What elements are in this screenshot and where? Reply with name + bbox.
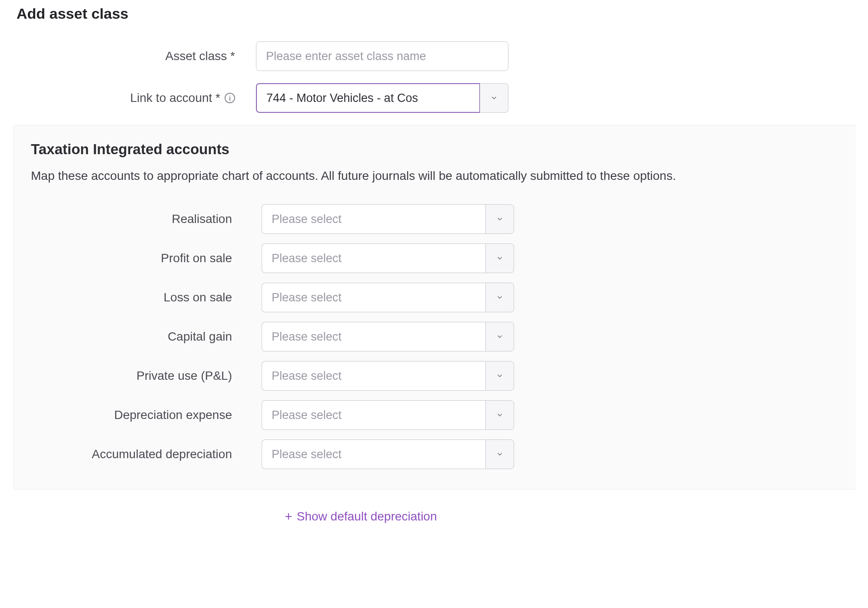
accumulated-depreciation-row: Accumulated depreciation Please select — [31, 439, 838, 469]
loss-on-sale-row: Loss on sale Please select — [31, 283, 838, 312]
accumulated-depreciation-label: Accumulated depreciation — [31, 447, 262, 461]
asset-class-label: Asset class * — [12, 49, 256, 63]
chevron-down-icon — [496, 372, 503, 379]
taxation-panel: Taxation Integrated accounts Map these a… — [13, 125, 856, 490]
private-use-label: Private use (P&L) — [31, 369, 262, 383]
capital-gain-caret[interactable] — [485, 322, 514, 351]
private-use-placeholder: Please select — [262, 361, 485, 391]
profit-on-sale-placeholder: Please select — [262, 243, 485, 273]
chevron-down-icon — [496, 255, 503, 262]
loss-on-sale-label: Loss on sale — [31, 290, 262, 304]
panel-title: Taxation Integrated accounts — [31, 141, 838, 158]
private-use-row: Private use (P&L) Please select — [31, 361, 838, 391]
chevron-down-icon — [496, 412, 503, 419]
private-use-caret[interactable] — [485, 361, 514, 391]
chevron-down-icon — [491, 95, 498, 101]
capital-gain-select[interactable]: Please select — [262, 322, 514, 351]
capital-gain-row: Capital gain Please select — [31, 322, 838, 351]
private-use-select[interactable]: Please select — [262, 361, 514, 391]
realisation-row: Realisation Please select — [31, 204, 838, 234]
asset-class-row: Asset class * — [12, 41, 856, 71]
loss-on-sale-placeholder: Please select — [262, 283, 485, 312]
info-icon[interactable]: i — [225, 93, 235, 103]
capital-gain-placeholder: Please select — [262, 322, 485, 351]
profit-on-sale-caret[interactable] — [485, 243, 514, 273]
asset-class-input[interactable] — [256, 41, 508, 71]
link-account-label: Link to account * i — [12, 91, 256, 105]
loss-on-sale-select[interactable]: Please select — [262, 283, 514, 312]
realisation-caret[interactable] — [485, 204, 514, 234]
show-default-depreciation-row: + Show default depreciation — [12, 510, 856, 524]
realisation-select[interactable]: Please select — [262, 204, 514, 234]
link-account-label-text: Link to account * — [130, 91, 220, 105]
realisation-placeholder: Please select — [262, 204, 485, 234]
link-account-value: 744 - Motor Vehicles - at Cos — [256, 83, 480, 113]
depreciation-expense-caret[interactable] — [485, 400, 514, 430]
accumulated-depreciation-caret[interactable] — [485, 439, 514, 469]
chevron-down-icon — [496, 333, 503, 340]
link-account-select[interactable]: 744 - Motor Vehicles - at Cos — [256, 83, 508, 113]
link-account-caret[interactable] — [480, 83, 508, 113]
panel-description: Map these accounts to appropriate chart … — [31, 167, 838, 184]
profit-on-sale-row: Profit on sale Please select — [31, 243, 838, 273]
page-title: Add asset class — [17, 5, 856, 22]
accumulated-depreciation-select[interactable]: Please select — [262, 439, 514, 469]
depreciation-expense-label: Depreciation expense — [31, 408, 262, 422]
chevron-down-icon — [496, 451, 503, 458]
depreciation-expense-select[interactable]: Please select — [262, 400, 514, 430]
show-default-depreciation-link[interactable]: Show default depreciation — [297, 510, 437, 524]
plus-icon: + — [285, 510, 293, 523]
depreciation-expense-placeholder: Please select — [262, 400, 485, 430]
profit-on-sale-label: Profit on sale — [31, 251, 262, 265]
loss-on-sale-caret[interactable] — [485, 283, 514, 312]
realisation-label: Realisation — [31, 212, 262, 226]
depreciation-expense-row: Depreciation expense Please select — [31, 400, 838, 430]
accumulated-depreciation-placeholder: Please select — [262, 439, 485, 469]
capital-gain-label: Capital gain — [31, 330, 262, 344]
profit-on-sale-select[interactable]: Please select — [262, 243, 514, 273]
chevron-down-icon — [496, 216, 503, 223]
chevron-down-icon — [496, 294, 503, 301]
link-account-row: Link to account * i 744 - Motor Vehicles… — [12, 83, 856, 113]
